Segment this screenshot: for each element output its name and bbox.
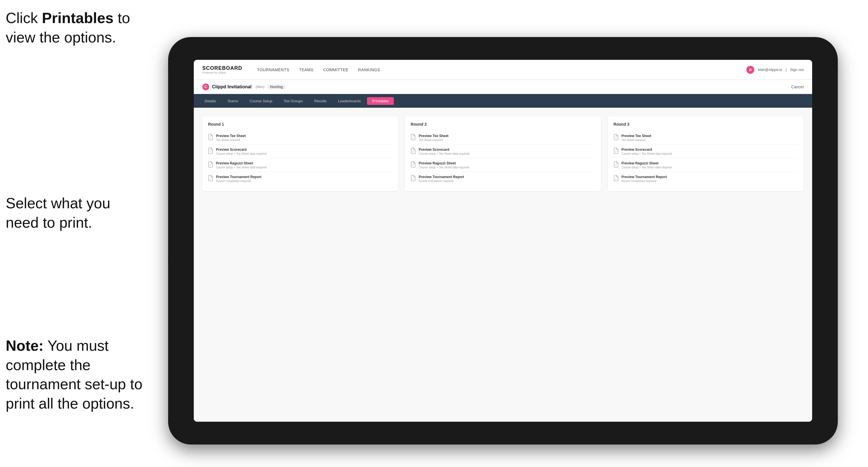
nav-committee[interactable]: COMMITTEE	[322, 66, 349, 73]
logo-sub: Powered by clippd	[202, 71, 242, 74]
print-item-title-r1-i4: Preview Tournament Report	[216, 175, 261, 179]
sign-out-link[interactable]: Sign out	[790, 67, 804, 72]
document-icon	[208, 161, 213, 169]
print-item-title-r3-i3: Preview Raguzzi Sheet	[621, 161, 672, 165]
nav-rankings[interactable]: RANKINGS	[358, 66, 381, 73]
tournament-header: C Clippd Invitational (Men) Hosting Canc…	[194, 80, 812, 94]
print-item-title-r1-i2: Preview Scorecard	[216, 148, 267, 152]
tournament-title: C Clippd Invitational (Men) Hosting	[202, 84, 286, 90]
annotation-top: Click Printables to view the options.	[6, 8, 148, 47]
tablet: SCOREBOARD Powered by clippd TOURNAMENTS…	[168, 37, 838, 444]
print-item-sub-r3-i1: Tee Sheet required	[621, 138, 651, 142]
print-item-sub-r1-i3: Course setup + Tee Sheet data required	[216, 166, 267, 169]
print-item-sub-r3-i2: Course setup + Tee Sheet data required	[621, 152, 672, 155]
print-item-title-r2-i1: Preview Tee Sheet	[418, 134, 448, 138]
document-icon	[411, 148, 416, 155]
print-item-r3-i4[interactable]: Preview Tournament ReportRound Completio…	[614, 172, 798, 186]
print-item-text-r2-i3: Preview Raguzzi SheetCourse setup + Tee …	[418, 161, 469, 169]
print-item-text-r2-i4: Preview Tournament ReportRound Completio…	[418, 175, 464, 183]
round-title-3: Round 3	[614, 122, 798, 126]
document-icon	[614, 161, 619, 169]
print-item-r3-i2[interactable]: Preview ScorecardCourse setup + Tee Shee…	[614, 145, 798, 158]
print-item-title-r2-i4: Preview Tournament Report	[418, 175, 464, 179]
print-item-r2-i1[interactable]: Preview Tee SheetTee Sheet required	[411, 131, 595, 145]
print-item-text-r2-i1: Preview Tee SheetTee Sheet required	[418, 134, 448, 142]
print-item-r2-i4[interactable]: Preview Tournament ReportRound Completio…	[411, 172, 595, 186]
round-column-3: Round 3 Preview Tee SheetTee Sheet requi…	[608, 116, 804, 191]
print-item-text-r3-i1: Preview Tee SheetTee Sheet required	[621, 134, 651, 142]
hosting-badge: Hosting	[267, 84, 286, 90]
tab-teams[interactable]: Teams	[222, 97, 243, 105]
print-item-r2-i3[interactable]: Preview Raguzzi SheetCourse setup + Tee …	[411, 158, 595, 172]
print-item-r1-i1[interactable]: Preview Tee SheetTee Sheet required	[208, 131, 393, 145]
print-item-text-r3-i3: Preview Raguzzi SheetCourse setup + Tee …	[621, 161, 672, 169]
print-item-sub-r3-i3: Course setup + Tee Sheet data required	[621, 166, 672, 169]
print-item-text-r1-i3: Preview Raguzzi SheetCourse setup + Tee …	[216, 161, 267, 169]
tab-printables[interactable]: Printables	[367, 97, 394, 105]
document-icon	[614, 148, 619, 155]
print-item-title-r1-i3: Preview Raguzzi Sheet	[216, 161, 267, 165]
nav-teams[interactable]: TEAMS	[298, 66, 314, 73]
print-item-sub-r2-i4: Round Completion required	[418, 180, 464, 183]
print-item-sub-r1-i2: Course setup + Tee Sheet data required	[216, 152, 267, 155]
print-item-title-r2-i3: Preview Raguzzi Sheet	[418, 161, 469, 165]
print-item-sub-r2-i2: Course setup + Tee Sheet data required	[418, 152, 469, 155]
print-item-text-r2-i2: Preview ScorecardCourse setup + Tee Shee…	[418, 148, 469, 155]
sub-nav: Details Teams Course Setup Tee Groups Re…	[194, 94, 812, 108]
print-item-title-r1-i1: Preview Tee Sheet	[216, 134, 246, 138]
scoreboard-logo: SCOREBOARD Powered by clippd	[202, 65, 242, 74]
tablet-screen: SCOREBOARD Powered by clippd TOURNAMENTS…	[194, 60, 812, 422]
round-column-1: Round 1 Preview Tee SheetTee Sheet requi…	[202, 116, 398, 191]
document-icon	[208, 148, 213, 155]
print-item-r2-i2[interactable]: Preview ScorecardCourse setup + Tee Shee…	[411, 145, 595, 158]
print-item-text-r1-i2: Preview ScorecardCourse setup + Tee Shee…	[216, 148, 267, 155]
document-icon	[208, 134, 213, 141]
tab-course-setup[interactable]: Course Setup	[245, 97, 278, 105]
print-item-title-r3-i2: Preview Scorecard	[621, 148, 672, 152]
nav-avatar: B	[746, 66, 754, 74]
print-item-title-r3-i1: Preview Tee Sheet	[621, 134, 651, 138]
user-email: blair@clippd.io	[758, 67, 782, 72]
print-item-sub-r1-i1: Tee Sheet required	[216, 138, 246, 142]
document-icon	[411, 134, 416, 141]
document-icon	[208, 175, 213, 182]
tournament-name: Clippd Invitational	[212, 84, 252, 90]
top-nav: SCOREBOARD Powered by clippd TOURNAMENTS…	[194, 60, 812, 80]
tab-leaderboards[interactable]: Leaderboards	[333, 97, 366, 105]
print-item-r1-i4[interactable]: Preview Tournament ReportRound Completio…	[208, 172, 393, 186]
c-icon: C	[202, 84, 209, 90]
print-item-text-r1-i4: Preview Tournament ReportRound Completio…	[216, 175, 261, 183]
rounds-grid: Round 1 Preview Tee SheetTee Sheet requi…	[202, 116, 804, 191]
cancel-button[interactable]: Cancel	[791, 85, 804, 89]
document-icon	[411, 175, 416, 182]
document-icon	[614, 134, 619, 141]
print-item-r1-i2[interactable]: Preview ScorecardCourse setup + Tee Shee…	[208, 145, 393, 158]
round-column-2: Round 2 Preview Tee SheetTee Sheet requi…	[405, 116, 601, 191]
document-icon	[614, 175, 619, 182]
print-item-r1-i3[interactable]: Preview Raguzzi SheetCourse setup + Tee …	[208, 158, 393, 172]
print-item-sub-r3-i4: Round Completion required	[621, 180, 667, 183]
tournament-badge: (Men)	[256, 85, 265, 89]
print-item-text-r3-i2: Preview ScorecardCourse setup + Tee Shee…	[621, 148, 672, 155]
tab-details[interactable]: Details	[199, 97, 221, 105]
nav-tournaments[interactable]: TOURNAMENTS	[256, 66, 290, 73]
main-content: Round 1 Preview Tee SheetTee Sheet requi…	[194, 108, 812, 422]
print-item-text-r3-i4: Preview Tournament ReportRound Completio…	[621, 175, 667, 183]
print-item-title-r3-i4: Preview Tournament Report	[621, 175, 667, 179]
print-item-r3-i1[interactable]: Preview Tee SheetTee Sheet required	[614, 131, 798, 145]
nav-items: TOURNAMENTS TEAMS COMMITTEE RANKINGS	[256, 66, 735, 73]
print-item-text-r1-i1: Preview Tee SheetTee Sheet required	[216, 134, 246, 142]
annotation-bottom: Note: You must complete the tournament s…	[6, 336, 165, 413]
nav-separator: |	[786, 67, 786, 72]
annotation-middle: Select what you need to print.	[6, 194, 143, 232]
print-item-r3-i3[interactable]: Preview Raguzzi SheetCourse setup + Tee …	[614, 158, 798, 172]
tab-results[interactable]: Results	[309, 97, 332, 105]
round-title-2: Round 2	[411, 122, 595, 126]
document-icon	[411, 161, 416, 169]
print-item-sub-r2-i1: Tee Sheet required	[418, 138, 448, 142]
print-item-title-r2-i2: Preview Scorecard	[418, 148, 469, 152]
printables-bold: Printables	[42, 10, 114, 26]
tab-tee-groups[interactable]: Tee Groups	[279, 97, 308, 105]
print-item-sub-r2-i3: Course setup + Tee Sheet data required	[418, 166, 469, 169]
nav-right: B blair@clippd.io | Sign out	[746, 66, 804, 74]
